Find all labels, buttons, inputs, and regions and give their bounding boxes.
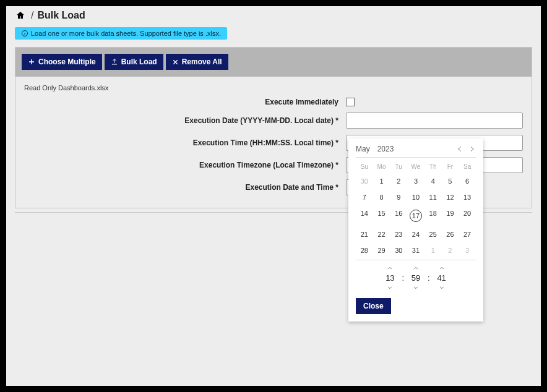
uploaded-file-name: Read Only Dashboards.xlsx	[24, 84, 523, 92]
execution-datetime-label: Execution Date and Time *	[24, 183, 346, 192]
info-banner: Load one or more bulk data sheets. Suppo…	[15, 27, 227, 40]
calendar-day[interactable]: 30	[356, 174, 373, 188]
calendar-day[interactable]: 26	[442, 228, 459, 241]
calendar-day[interactable]: 10	[407, 190, 424, 204]
choose-multiple-button[interactable]: Choose Multiple	[22, 54, 102, 70]
dow-header: Mo	[373, 161, 390, 172]
calendar-day[interactable]: 11	[424, 190, 442, 204]
breadcrumb: / Bulk Load	[6, 6, 541, 27]
calendar-day[interactable]: 30	[390, 244, 407, 257]
toolbar: Choose Multiple Bulk Load Remove All	[15, 48, 532, 77]
calendar-day[interactable]: 24	[407, 228, 424, 241]
calendar-day[interactable]: 29	[373, 244, 390, 257]
calendar-day[interactable]: 15	[373, 207, 390, 225]
info-icon	[21, 30, 28, 37]
remove-all-button[interactable]: Remove All	[166, 54, 228, 70]
execute-immediately-label: Execute Immediately	[24, 98, 346, 106]
bulk-load-button[interactable]: Bulk Load	[105, 54, 163, 70]
dow-header: Fr	[442, 161, 459, 172]
remove-all-label: Remove All	[182, 58, 222, 66]
datepicker-grid: SuMoTuWeThFrSa30123456789101112131415161…	[356, 161, 476, 257]
minute-down-icon[interactable]	[412, 283, 420, 292]
second-up-icon[interactable]	[438, 264, 446, 273]
hour-down-icon[interactable]	[386, 283, 394, 292]
calendar-day[interactable]: 1	[424, 244, 442, 257]
page-title: Bulk Load	[37, 10, 85, 21]
calendar-day[interactable]: 9	[390, 190, 407, 204]
calendar-day[interactable]: 25	[424, 228, 442, 241]
calendar-day[interactable]: 14	[356, 207, 373, 225]
calendar-day[interactable]: 22	[373, 228, 390, 241]
dow-header: Th	[424, 161, 442, 172]
close-button[interactable]: Close	[356, 298, 391, 314]
datepicker-month[interactable]: May	[356, 145, 370, 153]
calendar-day[interactable]: 20	[459, 207, 476, 225]
calendar-day[interactable]: 18	[424, 207, 442, 225]
datepicker-year[interactable]: 2023	[377, 145, 394, 153]
calendar-day[interactable]: 21	[356, 228, 373, 241]
hour-up-icon[interactable]	[386, 264, 394, 273]
bulk-load-label: Bulk Load	[121, 58, 157, 66]
calendar-day[interactable]: 6	[459, 174, 476, 188]
breadcrumb-separator: /	[31, 10, 33, 21]
second-value: 41	[437, 273, 446, 283]
dow-header: We	[407, 161, 424, 172]
execution-date-input[interactable]	[346, 113, 523, 129]
calendar-day[interactable]: 19	[442, 207, 459, 225]
execution-date-label: Execution Date (YYYY-MM-DD. Local date) …	[24, 116, 346, 125]
dow-header: Su	[356, 161, 373, 172]
calendar-day[interactable]: 7	[356, 190, 373, 204]
calendar-day[interactable]: 16	[390, 207, 407, 225]
execution-timezone-label: Execution Timezone (Local Timezone) *	[24, 161, 346, 169]
time-picker: 13 : 59 : 41	[356, 264, 476, 292]
dow-header: Sa	[459, 161, 476, 172]
home-icon[interactable]	[15, 11, 26, 20]
calendar-day[interactable]: 23	[390, 228, 407, 241]
datepicker-popup: May 2023 SuMoTuWeThFrSa30123456789101112…	[348, 138, 483, 322]
calendar-day[interactable]: 31	[407, 244, 424, 257]
execute-immediately-checkbox[interactable]	[346, 98, 355, 106]
minute-value: 59	[411, 273, 420, 283]
second-down-icon[interactable]	[438, 283, 446, 292]
calendar-day[interactable]: 4	[424, 174, 442, 188]
choose-multiple-label: Choose Multiple	[38, 58, 96, 66]
calendar-day[interactable]: 2	[442, 244, 459, 257]
calendar-day[interactable]: 27	[459, 228, 476, 241]
dow-header: Tu	[390, 161, 407, 172]
next-month-icon[interactable]	[468, 145, 476, 153]
minute-up-icon[interactable]	[412, 264, 420, 273]
calendar-day[interactable]: 3	[407, 174, 424, 188]
calendar-day[interactable]: 28	[356, 244, 373, 257]
calendar-day[interactable]: 12	[442, 190, 459, 204]
calendar-day[interactable]: 8	[373, 190, 390, 204]
plus-icon	[28, 58, 35, 66]
close-icon	[172, 59, 179, 66]
calendar-day[interactable]: 1	[373, 174, 390, 188]
calendar-day[interactable]: 13	[459, 190, 476, 204]
calendar-day[interactable]: 3	[459, 244, 476, 257]
calendar-day[interactable]: 5	[442, 174, 459, 188]
execution-time-label: Execution Time (HH:MM:SS. Local time) *	[24, 138, 346, 147]
info-text: Load one or more bulk data sheets. Suppo…	[31, 30, 221, 37]
calendar-day[interactable]: 17	[407, 207, 424, 225]
prev-month-icon[interactable]	[456, 145, 463, 153]
upload-icon	[111, 58, 118, 66]
hour-value: 13	[385, 273, 394, 283]
calendar-day[interactable]: 2	[390, 174, 407, 188]
